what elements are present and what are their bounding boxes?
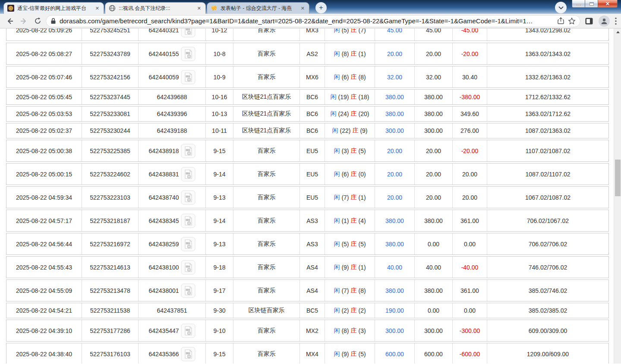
tab-bet-records[interactable]: :::视讯 会员下注纪录::: ✕ <box>105 2 206 14</box>
cell-win-loss: 276.00 <box>453 123 487 138</box>
round-id: 642438001 <box>148 287 179 294</box>
cell-bet-id: 522753242156 <box>82 66 139 88</box>
video-replay-button[interactable] <box>181 323 195 338</box>
table-row: 2025-08-22 04:39:10522753177286642435447… <box>6 320 609 342</box>
url-input[interactable] <box>60 17 554 25</box>
cell-result: 闲(6) 庄(8) <box>325 66 375 88</box>
cell-room-code: AS4 <box>300 257 325 278</box>
table-row: 2025-08-22 05:07:46522753242156642440059… <box>6 66 609 88</box>
side-panel-icon[interactable] <box>585 17 593 25</box>
table-row: 2025-08-22 05:05:45522753237445642439688… <box>6 89 609 105</box>
cell-valid-amount: 380.00 <box>415 90 453 104</box>
video-file-icon <box>181 323 195 338</box>
video-file-icon <box>181 190 195 205</box>
cell-valid-amount: 20.00 <box>415 140 453 161</box>
banker-result-label: 庄 <box>351 50 357 58</box>
cell-time: 2025-08-22 05:05:45 <box>6 90 82 104</box>
globe-icon <box>109 5 116 12</box>
share-icon[interactable] <box>557 17 564 25</box>
refresh-button[interactable] <box>32 16 43 27</box>
player-result-label: 闲 <box>334 287 340 295</box>
cell-win-loss: -380.00 <box>453 90 487 104</box>
cell-result: 闲(7) 庄(1) <box>325 187 375 208</box>
tab-forum-post[interactable]: 发表帖子 - 综合交流大厅 - 海燕 ✕ <box>207 2 309 14</box>
table-row: 2025-08-22 04:38:40522753176103642435366… <box>6 343 609 364</box>
cell-bet-amount: 32.00 <box>375 66 415 88</box>
table-row: 2025-08-22 04:55:09522753213478642438001… <box>6 279 609 301</box>
minimize-button[interactable] <box>572 0 585 8</box>
cell-bet-amount: 300.00 <box>375 123 415 138</box>
close-button[interactable]: ✕ <box>598 0 618 8</box>
result-count: (0) <box>359 171 366 178</box>
tab-search-chevron-button[interactable] <box>555 2 567 13</box>
result-count: (22) <box>340 127 350 134</box>
tab-close-icon[interactable]: ✕ <box>300 6 306 11</box>
cell-room-code: BC6 <box>300 123 325 138</box>
tab-tongbao[interactable]: 通宝-信誉最好的网上游戏平台 ✕ <box>3 2 104 14</box>
cell-time: 2025-08-22 05:09:26 <box>6 28 82 41</box>
tab-close-icon[interactable]: ✕ <box>95 6 100 11</box>
tab-close-icon[interactable]: ✕ <box>196 6 202 11</box>
video-replay-button[interactable] <box>181 283 195 298</box>
banker-result-label: 庄 <box>351 110 357 118</box>
round-id: 642440155 <box>148 50 179 57</box>
cell-result: 闲(8) 庄(3) <box>325 320 375 341</box>
video-replay-button[interactable] <box>181 237 195 251</box>
bookmark-star-icon[interactable] <box>568 17 576 25</box>
video-replay-button[interactable] <box>181 47 195 61</box>
video-replay-button[interactable] <box>181 28 195 38</box>
result-count: (18) <box>359 94 369 100</box>
round-id: 642435447 <box>148 327 179 334</box>
cell-balance: 1363.02/1343.02 <box>487 43 608 64</box>
video-replay-button[interactable] <box>181 260 195 275</box>
maximize-button[interactable] <box>585 0 598 8</box>
cell-balance: 1087.02/1363.02 <box>487 123 608 138</box>
cell-time: 2025-08-22 05:00:15 <box>6 163 82 185</box>
cell-valid-amount: 0.00 <box>415 233 453 254</box>
tab-title: 发表帖子 - 综合交流大厅 - 海燕 <box>221 5 297 12</box>
cell-bet-amount: 380.00 <box>375 280 415 301</box>
video-replay-button[interactable] <box>181 144 195 158</box>
video-file-icon <box>181 167 195 182</box>
scrollbar-thumb[interactable] <box>615 160 621 196</box>
cell-balance: 1209.00/609.00 <box>487 343 608 364</box>
profile-avatar[interactable] <box>599 16 610 27</box>
banker-result-label: 庄 <box>351 194 357 201</box>
player-result-label: 闲 <box>334 170 340 178</box>
cell-table-no: 9-18 <box>206 257 233 278</box>
video-replay-button[interactable] <box>181 213 195 228</box>
video-replay-button[interactable] <box>181 347 195 361</box>
video-replay-button[interactable] <box>181 70 195 85</box>
video-replay-button[interactable] <box>181 167 195 182</box>
result-count: (5) <box>359 351 366 358</box>
player-result-label: 闲 <box>334 194 340 201</box>
result-count: (6) <box>341 171 349 178</box>
cell-valid-amount: 40.00 <box>415 257 453 278</box>
vertical-scrollbar[interactable] <box>614 28 621 364</box>
result-count: (5) <box>359 241 366 248</box>
cell-result: 闲(6) 庄(0) <box>325 163 375 185</box>
table-row: 2025-08-22 05:00:15522753224602642438831… <box>6 163 609 185</box>
menu-dots-icon[interactable] <box>615 17 617 25</box>
back-button[interactable] <box>4 16 16 27</box>
window-controls: ✕ <box>572 0 618 8</box>
cell-result: 闲(5) 庄(7) <box>325 28 375 41</box>
new-tab-button[interactable]: + <box>315 2 327 13</box>
cell-result: 闲(3) 庄(5) <box>325 140 375 161</box>
cell-table-no: 10-13 <box>206 107 233 121</box>
scrollbar-up-button[interactable] <box>614 28 621 36</box>
cell-time: 2025-08-22 05:07:46 <box>6 66 82 88</box>
cell-balance: 609.00/309.00 <box>487 320 608 341</box>
table-row: 2025-08-22 04:57:17522753218187642438345… <box>6 210 609 232</box>
video-replay-button[interactable] <box>181 190 195 205</box>
cell-win-loss: 349.60 <box>453 107 487 121</box>
address-bar[interactable] <box>46 15 580 27</box>
partial-row-clip: 2025-08-22 05:09:26522753245251642440321… <box>6 28 609 41</box>
cell-bet-amount: 300.00 <box>375 320 415 341</box>
cell-bet-id: 522753214613 <box>82 257 139 278</box>
cell-table-no: 9-15 <box>206 343 233 364</box>
round-id: 642438345 <box>148 217 179 224</box>
round-id: 642438831 <box>148 171 179 178</box>
result-count: (9) <box>341 264 349 271</box>
forward-button[interactable] <box>18 16 29 27</box>
